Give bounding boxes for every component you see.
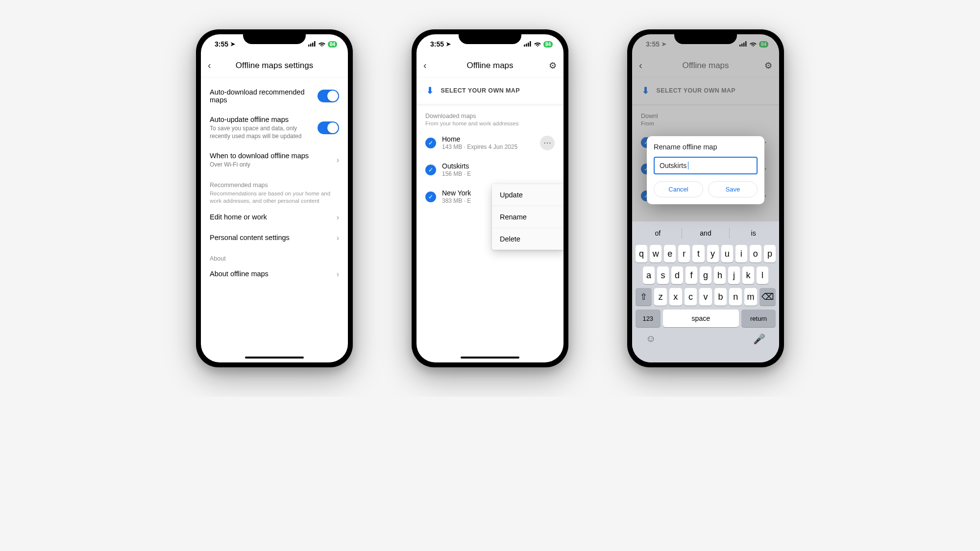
menu-item-delete[interactable]: Delete — [492, 228, 564, 250]
key-n[interactable]: n — [729, 288, 742, 306]
section-sub: From your home and work addresses — [416, 120, 564, 129]
numbers-key[interactable]: 123 — [636, 310, 661, 327]
label: Auto-download recommended maps — [210, 88, 312, 104]
input-value: Outskirts — [660, 162, 686, 169]
label: Personal content settings — [210, 234, 331, 241]
map-row-home[interactable]: ✓ Home 143 MB · Expires 4 Jun 2025 ⋯ — [416, 129, 564, 156]
key-e[interactable]: e — [664, 245, 676, 263]
status-time: 3:55 — [430, 40, 444, 48]
row-auto-update[interactable]: Auto-update offline maps To save you spa… — [201, 110, 348, 146]
key-q[interactable]: q — [636, 245, 647, 263]
context-menu: Update Rename Delete — [492, 184, 564, 250]
battery-icon: 84 — [328, 41, 337, 48]
key-z[interactable]: z — [654, 288, 667, 306]
suggestion[interactable]: and — [682, 229, 730, 237]
key-g[interactable]: g — [700, 266, 711, 284]
row-personal-content[interactable]: Personal content settings › — [201, 228, 348, 248]
key-f[interactable]: f — [686, 266, 697, 284]
label: When to download offline maps — [210, 152, 331, 160]
return-key[interactable]: return — [741, 310, 776, 327]
rename-dialog: Rename offline map Outskirts Cancel Save — [647, 136, 764, 204]
emoji-icon[interactable]: ☺ — [646, 333, 656, 345]
key-t[interactable]: t — [692, 245, 704, 263]
suggestion-bar: of and is — [634, 224, 777, 242]
location-arrow-icon: ➤ — [446, 41, 451, 48]
row-when-download[interactable]: When to download offline maps Over Wi-Fi… — [201, 146, 348, 174]
space-key[interactable]: space — [663, 310, 739, 327]
key-p[interactable]: p — [764, 245, 776, 263]
row-edit-home-work[interactable]: Edit home or work › — [201, 207, 348, 228]
key-h[interactable]: h — [714, 266, 726, 284]
backspace-key[interactable]: ⌫ — [760, 288, 776, 306]
key-u[interactable]: u — [721, 245, 733, 263]
suggestion[interactable]: is — [730, 229, 777, 237]
back-button[interactable]: ‹ — [208, 60, 221, 71]
sub: To save you space and data, only recentl… — [210, 124, 312, 140]
rename-input[interactable]: Outskirts — [654, 157, 758, 174]
wifi-icon — [318, 40, 326, 48]
header-text: About — [210, 255, 339, 262]
key-o[interactable]: o — [750, 245, 761, 263]
key-m[interactable]: m — [744, 288, 757, 306]
row-auto-download[interactable]: Auto-download recommended maps — [201, 82, 348, 110]
label: Auto-update offline maps — [210, 116, 312, 123]
key-row-2: a s d f g h j k l — [634, 266, 777, 284]
key-s[interactable]: s — [657, 266, 669, 284]
key-c[interactable]: c — [685, 288, 697, 306]
chevron-right-icon: › — [337, 213, 339, 222]
label: About offline maps — [210, 270, 331, 278]
key-b[interactable]: b — [714, 288, 727, 306]
svg-rect-7 — [530, 41, 531, 47]
gear-icon[interactable]: ⚙ — [543, 60, 557, 71]
key-r[interactable]: r — [678, 245, 690, 263]
key-x[interactable]: x — [669, 288, 682, 306]
select-own-map-button[interactable]: ⬇ SELECT YOUR OWN MAP — [416, 77, 564, 106]
more-button[interactable]: ⋯ — [540, 136, 555, 150]
status-bar: 3:55➤ 84 — [416, 34, 564, 54]
phone-settings: 3:55➤ 84 ‹ Offline maps settings Auto-do… — [196, 29, 353, 367]
key-d[interactable]: d — [671, 266, 683, 284]
key-l[interactable]: l — [757, 266, 768, 284]
key-a[interactable]: a — [643, 266, 655, 284]
toggle-auto-download[interactable] — [318, 90, 339, 102]
check-icon: ✓ — [425, 138, 436, 148]
map-name: Outskirts — [442, 162, 555, 170]
toggle-auto-update[interactable] — [318, 121, 339, 134]
suggestion[interactable]: of — [634, 229, 682, 237]
row-about-offline-maps[interactable]: About offline maps › — [201, 264, 348, 285]
chevron-right-icon: › — [337, 156, 339, 165]
header: ‹ Offline maps ⚙ — [416, 54, 564, 77]
svg-rect-2 — [312, 43, 314, 47]
cancel-button[interactable]: Cancel — [654, 181, 703, 197]
key-y[interactable]: y — [707, 245, 719, 263]
key-row-3: ⇧ z x c v b n m ⌫ — [634, 288, 777, 306]
key-row-4: 123 space return — [634, 310, 777, 327]
ios-keyboard[interactable]: of and is q w e r t y u i o p a s d f g … — [632, 221, 779, 362]
status-time: 3:55 — [215, 40, 228, 48]
wifi-icon — [534, 40, 541, 48]
svg-rect-5 — [526, 44, 527, 47]
shift-key[interactable]: ⇧ — [636, 288, 652, 306]
key-i[interactable]: i — [735, 245, 747, 263]
map-row-outskirts[interactable]: ✓ Outskirts 156 MB · E — [416, 156, 564, 183]
save-button[interactable]: Save — [708, 181, 758, 197]
dialog-title: Rename offline map — [654, 143, 758, 151]
check-icon: ✓ — [425, 165, 436, 175]
signal-icon — [308, 40, 316, 48]
location-arrow-icon: ➤ — [230, 41, 235, 48]
back-button[interactable]: ‹ — [423, 60, 437, 71]
label: Edit home or work — [210, 213, 331, 221]
battery-icon: 84 — [543, 41, 553, 48]
signal-icon — [524, 40, 532, 48]
svg-rect-0 — [308, 45, 310, 47]
mic-icon[interactable]: 🎤 — [753, 333, 765, 345]
menu-item-update[interactable]: Update — [492, 184, 564, 206]
key-v[interactable]: v — [699, 288, 712, 306]
key-w[interactable]: w — [650, 245, 662, 263]
key-k[interactable]: k — [742, 266, 754, 284]
text-cursor — [688, 162, 688, 169]
section-recommended: Recommended maps Recommendations are bas… — [201, 175, 348, 207]
key-j[interactable]: j — [728, 266, 740, 284]
header: ‹ Offline maps settings — [201, 54, 348, 77]
menu-item-rename[interactable]: Rename — [492, 206, 564, 228]
